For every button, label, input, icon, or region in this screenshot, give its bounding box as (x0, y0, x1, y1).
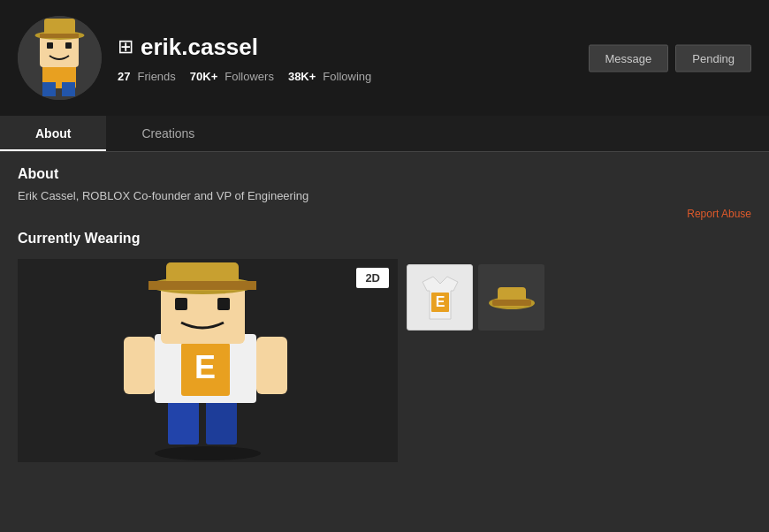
friends-label: Friends (137, 70, 175, 83)
avatar-3d-box: E 2D (18, 259, 398, 462)
svg-rect-12 (168, 396, 199, 445)
report-row: Report Abuse (18, 208, 751, 220)
message-button[interactable]: Message (589, 44, 669, 72)
wearing-container: E 2D (18, 259, 751, 462)
svg-rect-7 (40, 34, 79, 38)
svg-rect-4 (65, 42, 72, 49)
header-actions: Message Pending (589, 44, 751, 72)
following-count: 38K+ (288, 70, 316, 83)
items-grid: E (398, 259, 553, 462)
about-title: About (18, 166, 751, 182)
about-bio: Erik Cassel, ROBLOX Co-founder and VP of… (18, 189, 751, 202)
svg-rect-17 (124, 337, 155, 394)
currently-wearing-title: Currently Wearing (18, 231, 751, 247)
friends-count: 27 (118, 70, 130, 83)
svg-rect-24 (148, 281, 256, 290)
roblox-icon: ⊞ (118, 35, 133, 58)
svg-rect-32 (492, 300, 531, 306)
svg-text:E: E (194, 349, 216, 385)
avatar (18, 16, 102, 100)
svg-text:E: E (435, 294, 445, 309)
item-card-hat[interactable] (478, 264, 544, 331)
username: erik.cassel (141, 34, 258, 61)
svg-rect-13 (206, 396, 237, 445)
svg-point-11 (155, 446, 261, 460)
tab-about[interactable]: About (0, 116, 106, 151)
svg-rect-8 (42, 82, 56, 96)
item-card-shirt[interactable]: E (407, 264, 473, 331)
tab-creations[interactable]: Creations (106, 116, 230, 151)
svg-rect-9 (62, 82, 75, 96)
svg-rect-18 (256, 337, 287, 394)
content-area: About Erik Cassel, ROBLOX Co-founder and… (0, 152, 769, 476)
svg-rect-20 (175, 298, 187, 310)
tabs-bar: About Creations (0, 116, 769, 152)
profile-header: ⊞ erik.cassel 27 Friends 70K+ Followers … (0, 0, 769, 116)
svg-rect-3 (47, 42, 53, 49)
svg-rect-21 (217, 298, 230, 310)
toggle-2d-button[interactable]: 2D (356, 268, 389, 288)
pending-button[interactable]: Pending (675, 44, 751, 72)
following-label: Following (323, 70, 371, 83)
followers-count: 70K+ (190, 70, 217, 83)
followers-label: Followers (225, 70, 274, 83)
report-abuse-link[interactable]: Report Abuse (687, 208, 751, 220)
